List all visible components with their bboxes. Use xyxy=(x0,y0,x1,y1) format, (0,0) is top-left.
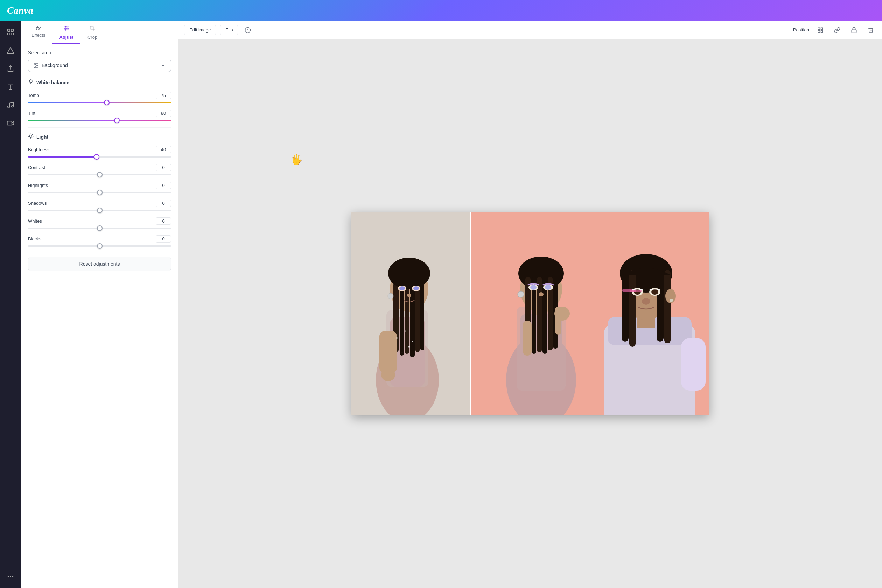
brightness-value[interactable]: 40 xyxy=(156,146,171,153)
blacks-slider-row: Blacks 0 xyxy=(28,235,171,247)
panel-content: Select area Background xyxy=(21,45,178,277)
svg-point-80 xyxy=(545,285,551,290)
whites-slider-row: Whites 0 xyxy=(28,218,171,229)
whites-value[interactable]: 0 xyxy=(156,218,171,225)
tab-bar: fx Effects Adjust Crop xyxy=(21,21,178,45)
svg-rect-1 xyxy=(11,29,13,32)
shadows-track[interactable] xyxy=(28,210,171,211)
sidebar-item-layout[interactable] xyxy=(3,24,18,40)
svg-point-15 xyxy=(65,29,66,30)
svg-rect-2 xyxy=(8,33,10,35)
info-button[interactable] xyxy=(242,24,254,36)
svg-point-5 xyxy=(12,105,14,108)
select-area-label: Select area xyxy=(28,50,171,55)
temp-track[interactable] xyxy=(28,102,171,103)
image-left xyxy=(351,212,470,415)
whites-track[interactable] xyxy=(28,228,171,229)
highlights-track[interactable] xyxy=(28,192,171,193)
blacks-track[interactable] xyxy=(28,245,171,247)
tint-slider-row: Tint 80 xyxy=(28,110,171,121)
svg-rect-94 xyxy=(664,270,670,344)
highlights-thumb[interactable] xyxy=(97,190,102,195)
brightness-track[interactable] xyxy=(28,156,171,158)
svg-rect-32 xyxy=(818,30,820,32)
svg-rect-44 xyxy=(416,282,420,352)
tint-track[interactable] xyxy=(28,120,171,121)
blacks-label: Blacks xyxy=(28,236,41,242)
reset-adjustments-button[interactable]: Reset adjustments xyxy=(28,256,171,271)
sidebar-item-more[interactable] xyxy=(3,569,18,585)
tint-thumb[interactable] xyxy=(114,118,120,123)
svg-point-14 xyxy=(67,28,68,29)
canvas-area: Edit image Flip Position xyxy=(178,21,882,588)
blacks-value[interactable]: 0 xyxy=(156,235,171,243)
svg-point-48 xyxy=(399,286,405,291)
white-balance-section-title: White balance xyxy=(28,79,171,86)
effects-icon: fx xyxy=(36,25,40,31)
contrast-slider-row: Contrast 0 xyxy=(28,164,171,176)
svg-point-78 xyxy=(530,285,537,290)
select-area-dropdown[interactable]: Background xyxy=(28,59,171,72)
sidebar-item-video[interactable] xyxy=(3,116,18,131)
tab-effects[interactable]: fx Effects xyxy=(24,21,52,44)
svg-point-59 xyxy=(408,346,410,348)
svg-point-13 xyxy=(66,26,66,27)
tab-adjust-label: Adjust xyxy=(60,34,74,40)
svg-rect-83 xyxy=(555,307,561,334)
sidebar-item-upload[interactable] xyxy=(3,61,18,76)
tint-value[interactable]: 80 xyxy=(156,110,171,117)
whites-thumb[interactable] xyxy=(97,225,102,231)
blacks-thumb[interactable] xyxy=(97,243,102,249)
adjust-panel: fx Effects Adjust Crop xyxy=(21,21,178,588)
light-section-title: Light xyxy=(28,134,171,140)
svg-point-17 xyxy=(34,64,36,65)
flip-button[interactable]: Flip xyxy=(220,24,238,35)
sidebar-icon-bar xyxy=(0,21,21,588)
temp-thumb[interactable] xyxy=(104,100,110,105)
svg-point-98 xyxy=(651,289,658,295)
highlights-value[interactable]: 0 xyxy=(156,182,171,189)
contrast-value[interactable]: 0 xyxy=(156,164,171,171)
svg-line-22 xyxy=(32,138,33,138)
chevron-down-icon xyxy=(160,63,166,68)
light-label: Light xyxy=(36,134,48,140)
contrast-thumb[interactable] xyxy=(97,172,102,177)
lock-icon[interactable] xyxy=(848,24,860,36)
sidebar-item-music[interactable] xyxy=(3,97,18,113)
tab-crop[interactable]: Crop xyxy=(81,21,104,44)
brightness-thumb[interactable] xyxy=(94,154,99,160)
svg-rect-0 xyxy=(8,29,10,32)
svg-point-103 xyxy=(669,298,673,302)
white-balance-label: White balance xyxy=(36,80,69,86)
svg-line-26 xyxy=(32,134,33,135)
grid-icon[interactable] xyxy=(815,24,826,36)
adjust-icon xyxy=(63,25,70,33)
shadows-thumb[interactable] xyxy=(97,207,102,213)
bulb-icon xyxy=(28,79,34,86)
svg-rect-45 xyxy=(420,284,424,350)
link-icon[interactable] xyxy=(832,24,843,36)
whites-label: Whites xyxy=(28,218,42,224)
temp-value[interactable]: 75 xyxy=(156,92,171,99)
svg-point-81 xyxy=(538,292,543,297)
svg-point-54 xyxy=(388,293,393,299)
contrast-track[interactable] xyxy=(28,174,171,176)
svg-point-7 xyxy=(8,576,9,578)
delete-icon[interactable] xyxy=(865,24,876,36)
svg-point-51 xyxy=(407,294,411,297)
svg-rect-91 xyxy=(622,272,628,342)
svg-point-101 xyxy=(642,298,650,305)
sidebar-item-shapes[interactable] xyxy=(3,43,18,58)
svg-point-85 xyxy=(518,291,524,297)
tab-adjust[interactable]: Adjust xyxy=(52,21,81,44)
shadows-value[interactable]: 0 xyxy=(156,200,171,207)
shadows-label: Shadows xyxy=(28,201,46,206)
svg-rect-93 xyxy=(657,272,664,342)
canva-logo: Canva xyxy=(7,5,33,16)
edit-image-button[interactable]: Edit image xyxy=(184,24,216,35)
shadows-slider-row: Shadows 0 xyxy=(28,200,171,211)
svg-point-55 xyxy=(396,338,398,339)
svg-line-25 xyxy=(29,138,29,138)
sidebar-item-text[interactable] xyxy=(3,79,18,94)
svg-rect-42 xyxy=(405,282,409,354)
